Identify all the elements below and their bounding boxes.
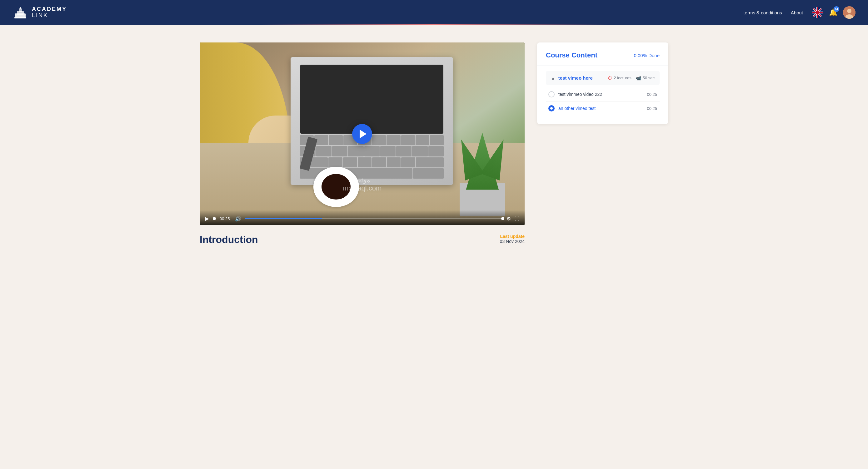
- clock-icon: ⏱: [608, 75, 612, 80]
- sidebar-header: Course Content 0.00% Done: [546, 51, 660, 59]
- duration-meta: 📹 50 sec: [636, 75, 655, 80]
- video-player[interactable]: موثقةmostaql.com ▶ 00:25 🔊 ⚙ ⛶: [200, 42, 525, 225]
- section-meta: ⏱ 2 lectures 📹 50 sec: [608, 75, 655, 80]
- volume-icon[interactable]: 🔊: [235, 216, 241, 222]
- section-toggle-icon[interactable]: ▲: [551, 75, 555, 80]
- progress-dot: [213, 217, 216, 220]
- terms-link[interactable]: terms & conditions: [743, 10, 782, 15]
- notification-badge: 14: [834, 6, 839, 12]
- notification-bell[interactable]: 🔔 14: [827, 7, 839, 18]
- course-content-sidebar: Course Content 0.00% Done ▲ test vimeo h…: [537, 42, 668, 124]
- sidebar-title: Course Content: [546, 51, 597, 59]
- lectures-count-label: 2 lectures: [614, 75, 631, 80]
- nav-icons: 🔔 14: [812, 6, 856, 19]
- lecture-item[interactable]: test vimmeo video 222 00:25: [546, 88, 660, 101]
- navbar: ACADEMY LINK terms & conditions About: [0, 0, 868, 25]
- fullscreen-icon[interactable]: ⛶: [515, 216, 520, 222]
- divider: [537, 66, 668, 66]
- intro-title: Introduction: [200, 234, 258, 245]
- section-header[interactable]: ▲ test vimeo here ⏱ 2 lectures 📹 50 sec: [546, 71, 660, 85]
- video-controls: ▶ 00:25 🔊 ⚙ ⛶: [200, 210, 525, 225]
- play-control[interactable]: ▶: [205, 215, 209, 222]
- play-icon: [360, 130, 367, 138]
- logo[interactable]: ACADEMY LINK: [12, 5, 67, 20]
- user-avatar[interactable]: [843, 6, 856, 19]
- lecture-duration-2: 00:25: [647, 106, 657, 111]
- svg-rect-4: [20, 7, 21, 9]
- time-display: 00:25: [220, 216, 230, 221]
- section-title: test vimeo here: [558, 75, 604, 80]
- play-button[interactable]: [352, 124, 372, 144]
- avatar-image: [843, 6, 856, 19]
- lectures-list: test vimmeo video 222 00:25 an other vim…: [546, 88, 660, 115]
- progress-thumb: [501, 217, 504, 220]
- lecture-radio-2[interactable]: [548, 105, 555, 111]
- logo-academy: ACADEMY: [32, 6, 67, 12]
- done-percent: 0.00% Done: [634, 53, 660, 58]
- lecture-title-1: test vimmeo video 222: [558, 92, 643, 97]
- nav-right: terms & conditions About 🔔 14: [743, 6, 856, 19]
- last-update-label: Last update: [500, 234, 525, 239]
- progress-fill: [245, 218, 322, 219]
- lecture-duration-1: 00:25: [647, 92, 657, 97]
- svg-point-15: [847, 9, 851, 13]
- video-camera-icon: 📹: [636, 75, 641, 80]
- logo-link: LINK: [32, 12, 67, 19]
- lecture-radio-1[interactable]: [548, 91, 555, 97]
- last-update: Last update 03 Nov 2024: [500, 234, 525, 244]
- settings-icon[interactable]: ⚙: [506, 216, 511, 222]
- lecture-title-2: an other vimeo test: [558, 106, 643, 111]
- svg-rect-3: [14, 17, 26, 19]
- about-link[interactable]: About: [791, 10, 803, 15]
- lecture-item-2[interactable]: an other vimeo test 00:25: [546, 101, 660, 115]
- last-update-date: 03 Nov 2024: [500, 239, 525, 244]
- duration-label: 50 sec: [643, 75, 655, 80]
- progress-bar[interactable]: [245, 218, 503, 219]
- lectures-count: ⏱ 2 lectures: [608, 75, 631, 80]
- language-flag[interactable]: [812, 7, 823, 18]
